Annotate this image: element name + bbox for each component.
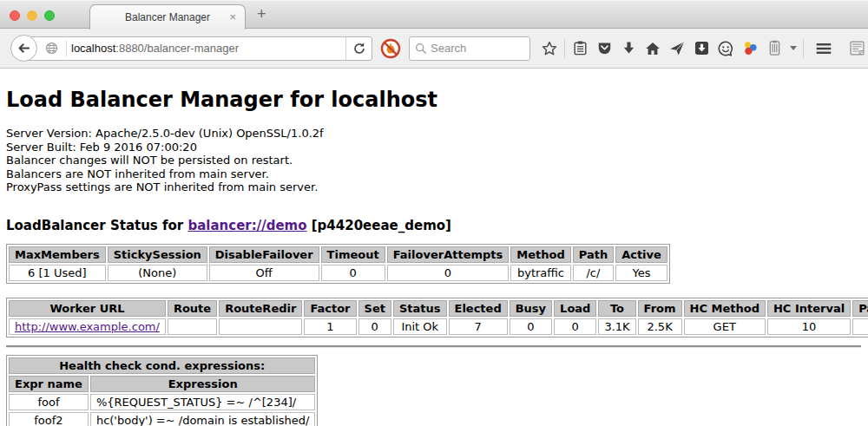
col-header: MaxMembers — [9, 246, 106, 263]
smiley-icon — [717, 40, 734, 57]
table-row: foof %{REQUEST_STATUS} =~ /^[234]/ — [9, 394, 315, 410]
bookmarks-menu-button[interactable] — [568, 36, 592, 62]
cell-maxmembers: 6 [1 Used] — [9, 265, 106, 281]
page-content: Load Balancer Manager for localhost Serv… — [0, 69, 868, 425]
col-header: Expression — [90, 376, 316, 392]
cell-path: /c/ — [573, 265, 614, 281]
table-header-row: Expr name Expression — [9, 376, 315, 392]
inherit-notice-line: Balancers are NOT inherited from main se… — [6, 167, 861, 181]
cell-disablefailover: Off — [209, 265, 319, 281]
cell-active: Yes — [615, 265, 667, 281]
pocket-button[interactable] — [592, 36, 616, 62]
search-input[interactable] — [431, 42, 517, 55]
cell-to: 3.1K — [598, 318, 635, 335]
pocket-icon — [596, 40, 613, 56]
overflow-caret-button[interactable] — [786, 36, 800, 62]
tab-balancer-manager[interactable]: Balancer Manager × — [89, 4, 246, 29]
home-icon — [644, 40, 661, 57]
cell-method: bytraffic — [510, 265, 570, 281]
cell-hc-interval: 10 — [767, 318, 851, 335]
cell-from: 2.5K — [638, 318, 682, 335]
health-check-table: Health check cond. expressions: Expr nam… — [6, 355, 318, 426]
table-header-row: MaxMembers StickySession DisableFailover… — [9, 246, 667, 263]
page-capture-button[interactable] — [845, 36, 868, 62]
table-row: http://www.example.com/ 1 0 Init Ok 7 0 … — [9, 318, 868, 335]
bookmark-star-button[interactable] — [537, 36, 562, 62]
minimize-window-button[interactable] — [27, 10, 37, 21]
col-header: HC Method — [684, 300, 766, 317]
table-title-row: Health check cond. expressions: — [9, 357, 315, 374]
balancer-demo-link[interactable]: balancer://demo — [187, 218, 306, 233]
col-header: Timeout — [321, 246, 385, 263]
page-title: Load Balancer Manager for localhost — [6, 69, 861, 112]
col-header: Set — [358, 300, 391, 317]
col-header: StickySession — [108, 246, 207, 263]
container-icon — [766, 40, 783, 56]
url-path: :8880/balancer-manager — [115, 42, 239, 55]
close-window-button[interactable] — [10, 10, 20, 21]
downloads-button[interactable] — [616, 36, 641, 62]
back-button[interactable] — [10, 35, 37, 62]
download-box-icon — [694, 40, 710, 56]
paper-plane-icon — [668, 40, 686, 57]
container-extension-button[interactable] — [762, 36, 786, 62]
status-heading-prefix: LoadBalancer Status for — [6, 218, 187, 233]
col-header: RouteRedir — [219, 300, 302, 317]
col-header: Passes — [852, 300, 868, 317]
fullscreen-window-button[interactable] — [44, 10, 55, 21]
cell-load: 0 — [554, 318, 596, 335]
new-tab-button[interactable]: + — [257, 5, 266, 23]
col-header: FailoverAttempts — [387, 246, 510, 263]
col-header: Route — [168, 300, 217, 317]
col-header: Expr name — [9, 376, 89, 392]
server-built-line: Server Built: Feb 9 2016 07:00:20 — [6, 141, 861, 154]
cell-passes: 1 (0) — [852, 318, 868, 335]
download-manager-button[interactable] — [689, 36, 713, 62]
cell-stickysession: (None) — [108, 265, 207, 281]
download-arrow-icon — [621, 40, 637, 56]
url-input[interactable]: localhost:8880/balancer-manager — [71, 42, 345, 55]
reload-icon — [352, 42, 366, 56]
site-identity-globe-icon[interactable] — [45, 42, 58, 55]
worker-url-link[interactable]: http://www.example.com/ — [15, 320, 160, 333]
navigation-toolbar: localhost:8880/balancer-manager — [0, 29, 868, 69]
cell-worker-url: http://www.example.com/ — [9, 318, 166, 335]
back-arrow-icon — [16, 41, 31, 56]
cell-timeout: 0 — [321, 265, 385, 281]
toolbar-divider — [564, 39, 565, 58]
col-header: From — [638, 300, 682, 317]
traffic-lights — [10, 10, 55, 21]
urlbar-divider — [66, 41, 67, 56]
menu-button[interactable] — [812, 36, 836, 62]
col-header: Elected — [449, 300, 508, 317]
server-info: Server Version: Apache/2.5.0-dev (Unix) … — [6, 127, 861, 194]
home-button[interactable] — [641, 36, 665, 62]
url-domain: localhost — [71, 42, 115, 55]
send-tab-button[interactable] — [665, 36, 689, 62]
persist-notice-line: Balancer changes will NOT be persisted o… — [6, 154, 861, 167]
flashblock-icon[interactable] — [380, 38, 401, 59]
section-divider — [6, 345, 861, 348]
cell-set: 0 — [358, 318, 391, 335]
feedback-smiley-button[interactable] — [713, 36, 738, 62]
col-header: Factor — [304, 300, 356, 317]
cell-status: Init Ok — [393, 318, 447, 335]
search-box[interactable] — [409, 36, 530, 61]
cell-routeredir — [219, 318, 302, 335]
cell-expression: %{REQUEST_STATUS} =~ /^[234]/ — [90, 394, 316, 410]
status-heading-suffix: [p4420eeae_demo] — [307, 218, 451, 233]
cell-expression: hc('body') =~ /domain is established/ — [90, 412, 316, 426]
reload-button[interactable] — [345, 37, 372, 60]
page-grid-icon — [848, 39, 866, 57]
proxypass-notice-line: ProxyPass settings are NOT inherited fro… — [6, 180, 861, 194]
table-row: 6 [1 Used] (None) Off 0 0 bytraffic /c/ … — [9, 265, 667, 281]
chevron-down-icon — [790, 46, 797, 50]
tab-close-icon[interactable]: × — [229, 11, 236, 23]
col-header: To — [598, 300, 635, 317]
extension-dots-button[interactable] — [738, 36, 762, 62]
url-bar[interactable]: localhost:8880/balancer-manager — [23, 36, 372, 61]
col-header: Active — [615, 246, 667, 263]
cell-elected: 7 — [449, 318, 508, 335]
browser-window: Balancer Manager × + localhost:8880/bala… — [0, 0, 868, 425]
balancer-settings-table: MaxMembers StickySession DisableFailover… — [6, 244, 670, 284]
